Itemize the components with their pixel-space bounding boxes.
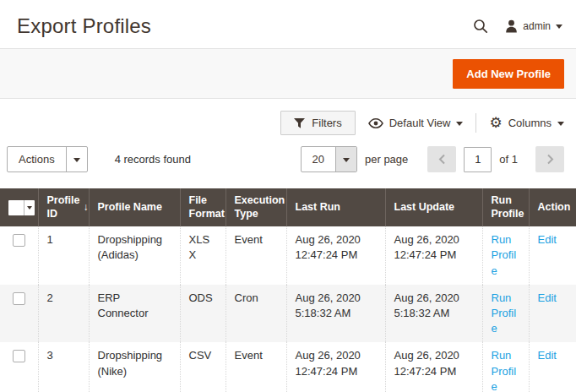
add-new-profile-button[interactable]: Add New Profile bbox=[453, 59, 564, 89]
header-actions: admin bbox=[473, 19, 562, 34]
cell-execution-type: Event bbox=[226, 342, 286, 392]
cell-file-format: XLSX bbox=[180, 226, 226, 285]
table-row: 3 Dropshipping (Nike) CSV Event Aug 26, … bbox=[0, 342, 576, 392]
caret-down-icon bbox=[557, 122, 564, 126]
edit-link[interactable]: Edit bbox=[538, 233, 557, 246]
cell-profile-name: Dropshipping (Adidas) bbox=[89, 226, 180, 285]
columns-control[interactable]: ⚙ Columns bbox=[489, 116, 564, 130]
cell-action: Edit bbox=[529, 342, 576, 392]
chevron-left-icon bbox=[438, 154, 446, 165]
page-title: Export Profiles bbox=[17, 14, 151, 38]
table-header-row: Profile ID ↓ Profile Name File Format Ex… bbox=[0, 188, 576, 226]
column-header-execution-type[interactable]: Execution Type bbox=[226, 188, 286, 226]
caret-down-icon bbox=[73, 158, 80, 162]
edit-link[interactable]: Edit bbox=[538, 349, 557, 362]
column-header-action: Action bbox=[529, 188, 576, 226]
filters-label: Filters bbox=[312, 117, 341, 129]
per-page-caret[interactable] bbox=[335, 147, 356, 172]
cell-profile-name: Dropshipping (Nike) bbox=[89, 342, 180, 392]
column-header-last-update[interactable]: Last Update bbox=[385, 188, 482, 226]
run-profile-link[interactable]: Run Profile bbox=[492, 233, 517, 276]
cell-action: Edit bbox=[529, 285, 576, 343]
run-profile-link[interactable]: Run Profile bbox=[492, 349, 517, 392]
row-select-cell bbox=[0, 342, 38, 392]
pagination: 20 per page of 1 bbox=[301, 146, 564, 172]
chevron-right-icon bbox=[546, 154, 554, 165]
column-header-file-format[interactable]: File Format bbox=[180, 188, 226, 226]
column-header-last-run[interactable]: Last Run bbox=[286, 188, 385, 226]
column-header-run-profile: Run Profile bbox=[482, 188, 529, 226]
export-profiles-table: Profile ID ↓ Profile Name File Format Ex… bbox=[0, 188, 576, 392]
actions-label: Actions bbox=[8, 147, 66, 172]
run-profile-link[interactable]: Run Profile bbox=[492, 291, 517, 335]
table-row: 1 Dropshipping (Adidas) XLSX Event Aug 2… bbox=[0, 226, 576, 285]
cell-last-run: Aug 26, 2020 5:18:32 AM bbox=[286, 285, 385, 343]
row-checkbox[interactable] bbox=[13, 350, 25, 362]
caret-down-icon bbox=[556, 24, 562, 29]
default-view-label: Default View bbox=[389, 117, 451, 129]
columns-label: Columns bbox=[508, 117, 552, 129]
search-icon[interactable] bbox=[473, 19, 488, 34]
grid-controls-row: Filters Default View ⚙ Columns bbox=[0, 99, 576, 144]
column-header-profile-id[interactable]: Profile ID ↓ bbox=[38, 188, 89, 226]
gear-icon: ⚙ bbox=[489, 116, 502, 130]
cell-action: Edit bbox=[529, 226, 576, 285]
default-view-control[interactable]: Default View bbox=[368, 117, 464, 129]
sort-desc-icon: ↓ bbox=[79, 201, 88, 214]
row-checkbox[interactable] bbox=[13, 234, 25, 247]
per-page-value: 20 bbox=[302, 147, 335, 172]
admin-username: admin bbox=[523, 20, 551, 32]
filter-funnel-icon bbox=[294, 118, 305, 128]
cell-profile-id: 3 bbox=[38, 342, 89, 392]
table-body: 1 Dropshipping (Adidas) XLSX Event Aug 2… bbox=[0, 226, 576, 392]
page-actions-band: Add New Profile bbox=[0, 48, 576, 99]
select-all-dropdown[interactable] bbox=[24, 200, 35, 215]
filters-button[interactable]: Filters bbox=[280, 111, 355, 135]
caret-down-icon bbox=[456, 122, 463, 126]
controls-divider bbox=[475, 113, 476, 133]
cell-profile-name: ERP Connector bbox=[89, 285, 180, 343]
cell-last-run: Aug 26, 2020 12:47:24 PM bbox=[286, 342, 385, 392]
cell-profile-id: 1 bbox=[38, 226, 89, 285]
cell-file-format: ODS bbox=[180, 285, 226, 343]
actions-caret[interactable] bbox=[66, 147, 87, 172]
column-header-profile-name[interactable]: Profile Name bbox=[89, 188, 180, 226]
cell-run-profile: Run Profile bbox=[482, 342, 529, 392]
actions-dropdown[interactable]: Actions bbox=[7, 146, 88, 172]
row-select-cell bbox=[0, 226, 38, 285]
cell-last-update: Aug 26, 2020 12:47:24 PM bbox=[385, 226, 482, 285]
cell-execution-type: Event bbox=[226, 226, 286, 285]
cell-run-profile: Run Profile bbox=[482, 285, 529, 343]
cell-run-profile: Run Profile bbox=[482, 226, 529, 285]
page-header: Export Profiles admin bbox=[0, 0, 576, 48]
records-found-text: 4 records found bbox=[115, 153, 191, 166]
caret-down-icon bbox=[343, 158, 350, 162]
actions-row: Actions 4 records found 20 per page of 1 bbox=[0, 144, 576, 182]
eye-icon bbox=[368, 118, 383, 128]
page-total-label: of 1 bbox=[499, 153, 518, 166]
table-row: 2 ERP Connector ODS Cron Aug 26, 2020 5:… bbox=[0, 285, 576, 343]
cell-profile-id: 2 bbox=[38, 285, 89, 343]
cell-last-run: Aug 26, 2020 12:47:24 PM bbox=[286, 226, 385, 285]
per-page-label: per page bbox=[365, 153, 408, 166]
cell-execution-type: Cron bbox=[226, 285, 286, 343]
row-select-cell bbox=[0, 285, 38, 343]
cell-last-update: Aug 26, 2020 12:47:24 PM bbox=[385, 342, 482, 392]
select-all-header bbox=[0, 188, 38, 226]
previous-page-button[interactable] bbox=[427, 146, 456, 172]
row-checkbox[interactable] bbox=[13, 292, 25, 305]
user-icon bbox=[505, 19, 518, 33]
current-page-input[interactable] bbox=[464, 147, 492, 172]
admin-account-menu[interactable]: admin bbox=[505, 19, 562, 33]
per-page-select[interactable]: 20 bbox=[301, 146, 357, 172]
cell-last-update: Aug 26, 2020 5:18:32 AM bbox=[385, 285, 482, 343]
edit-link[interactable]: Edit bbox=[538, 291, 557, 304]
select-all-control[interactable] bbox=[8, 200, 35, 215]
cell-file-format: CSV bbox=[180, 342, 226, 392]
column-header-label: Profile ID bbox=[47, 194, 80, 220]
caret-down-icon bbox=[27, 206, 32, 210]
next-page-button[interactable] bbox=[535, 146, 564, 172]
